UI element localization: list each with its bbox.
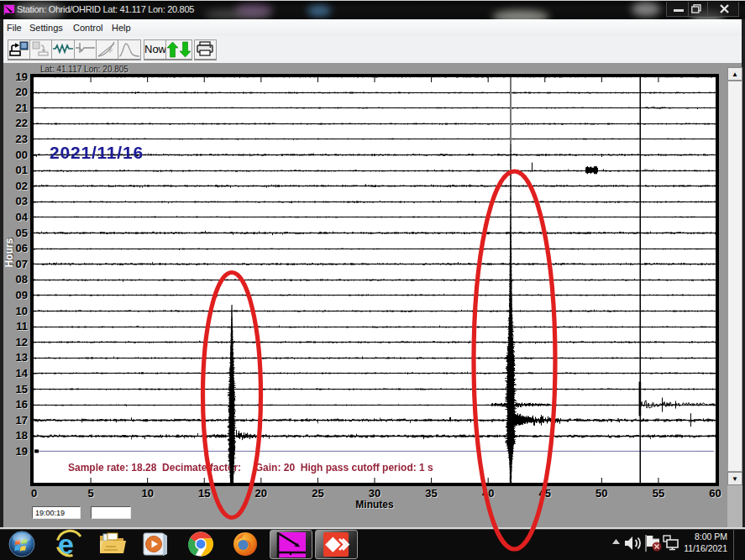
- svg-text:F: F: [109, 48, 113, 54]
